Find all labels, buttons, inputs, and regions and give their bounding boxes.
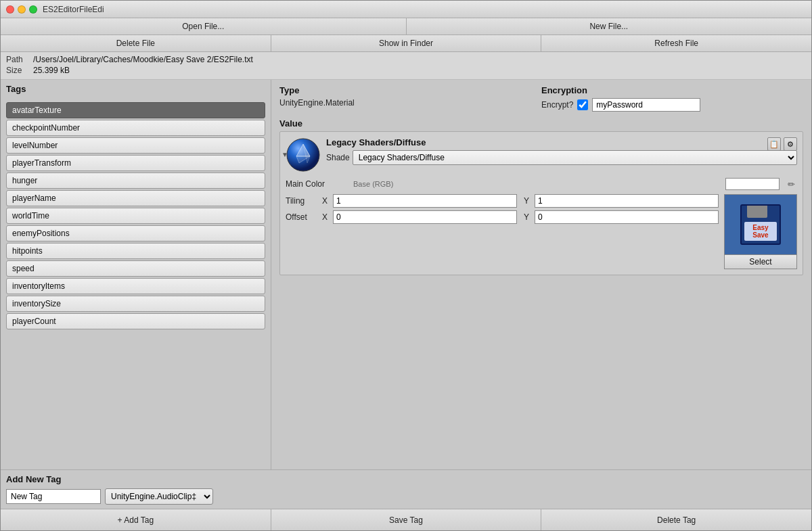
texture-preview-container: Easy Save Select: [724, 194, 797, 269]
tiling-x-input[interactable]: [333, 194, 517, 208]
shade-row: Shade Legacy Shaders/Diffuse Standard Un…: [326, 150, 797, 165]
easy-save-texture-preview: Easy Save: [724, 194, 797, 255]
type-value: UnityEngine.Material: [279, 98, 541, 108]
easy-save-text: Easy Save: [752, 224, 768, 239]
bottom-toolbar: + Add Tag Save Tag Delete Tag: [1, 509, 811, 530]
offset-x-label: X: [322, 212, 330, 222]
tag-item[interactable]: hunger: [6, 172, 265, 189]
value-header: Value: [279, 118, 803, 129]
new-file-button[interactable]: New File...: [407, 18, 812, 34]
tiling-texture-area: Tiling X Y Offset X Y: [286, 194, 797, 269]
file-info-bar: Path /Users/Joel/Library/Caches/Moodkie/…: [1, 52, 811, 80]
path-row: Path /Users/Joel/Library/Caches/Moodkie/…: [6, 55, 806, 64]
close-button[interactable]: [6, 5, 14, 14]
tags-panel: Tags avatarTexturecheckpointNumberlevelN…: [1, 80, 271, 469]
value-section: ▼: [279, 131, 803, 275]
add-tag-controls: UnityEngine.AudioClip‡ UnityEngine.Mater…: [6, 488, 806, 505]
offset-x-input[interactable]: [333, 210, 517, 224]
offset-label: Offset: [286, 212, 319, 222]
material-details: Legacy Shaders/Diffuse Shade Legacy Shad…: [326, 137, 797, 165]
shade-dropdown[interactable]: Legacy Shaders/Diffuse Standard Unlit/Co…: [353, 150, 797, 165]
toolbar-row-2: Delete File Show in Finder Refresh File: [1, 35, 811, 52]
refresh-file-button[interactable]: Refresh File: [541, 35, 811, 51]
size-value: 25.399 kB: [33, 66, 70, 75]
floppy-disk-icon: Easy Save: [737, 201, 784, 248]
collapse-arrow-icon[interactable]: ▼: [281, 151, 288, 158]
tags-title: Tags: [6, 84, 265, 94]
main-color-row: Main Color Base (RGB) ✏: [286, 178, 797, 190]
tiling-y-input[interactable]: [535, 194, 719, 208]
tag-item[interactable]: inventoryItems: [6, 278, 265, 294]
tag-item[interactable]: checkpointNumber: [6, 120, 265, 136]
tag-item[interactable]: playerCount: [6, 313, 265, 329]
traffic-lights: [6, 5, 37, 14]
tag-item[interactable]: inventorySize: [6, 296, 265, 312]
minimize-button[interactable]: [18, 5, 26, 14]
content-area: Tags avatarTexturecheckpointNumberlevelN…: [1, 80, 811, 469]
material-actions: 📋 ⚙: [767, 137, 797, 151]
show-in-finder-button[interactable]: Show in Finder: [271, 35, 542, 51]
floppy-slider: [747, 206, 767, 218]
base-rgb-label: Base (RGB): [353, 180, 421, 188]
tag-item[interactable]: playerTransform: [6, 155, 265, 171]
tag-item[interactable]: speed: [6, 260, 265, 277]
toolbar-row-1: Open File... New File...: [1, 18, 811, 35]
add-tag-title: Add New Tag: [6, 474, 806, 484]
delete-tag-button[interactable]: Delete Tag: [541, 509, 811, 530]
add-tag-button[interactable]: + Add Tag: [1, 509, 271, 530]
window-title: ES2EditorFileEdi: [43, 5, 104, 14]
type-column: Type UnityEngine.Material: [279, 85, 541, 108]
encrypt-label: Encrypt?: [541, 100, 573, 110]
path-label: Path: [6, 55, 33, 64]
type-header: Type: [279, 85, 541, 95]
tag-item[interactable]: playerName: [6, 190, 265, 206]
encryption-column: Encryption Encrypt?: [541, 85, 803, 112]
open-file-button[interactable]: Open File...: [1, 18, 407, 34]
title-bar: ES2EditorFileEdi: [1, 1, 811, 18]
encryption-header: Encryption: [541, 85, 700, 95]
password-input[interactable]: [592, 98, 700, 112]
material-icon: [286, 137, 321, 172]
offset-row: Offset X Y: [286, 210, 719, 224]
tag-item[interactable]: levelNumber: [6, 137, 265, 154]
material-copy-button[interactable]: 📋: [767, 137, 781, 151]
path-value: /Users/Joel/Library/Caches/Moodkie/Easy …: [33, 55, 253, 64]
app-window: ES2EditorFileEdi Open File... New File..…: [0, 0, 812, 531]
tiling-offset-area: Tiling X Y Offset X Y: [286, 194, 719, 227]
add-tag-section: Add New Tag UnityEngine.AudioClip‡ Unity…: [1, 469, 811, 509]
material-row: ▼: [286, 137, 797, 172]
color-swatch[interactable]: [725, 178, 780, 190]
tiling-y-label: Y: [524, 196, 532, 206]
size-row: Size 25.399 kB: [6, 66, 806, 75]
color-controls: ✏: [725, 178, 797, 190]
delete-file-button[interactable]: Delete File: [1, 35, 271, 51]
save-tag-button[interactable]: Save Tag: [271, 509, 542, 530]
offset-y-input[interactable]: [535, 210, 719, 224]
encrypt-checkbox[interactable]: [577, 99, 588, 110]
maximize-button[interactable]: [29, 5, 37, 14]
tag-item[interactable]: enemyPositions: [6, 225, 265, 241]
tag-item[interactable]: avatarTexture: [6, 102, 265, 118]
color-edit-button[interactable]: ✏: [785, 178, 797, 190]
type-dropdown[interactable]: UnityEngine.AudioClip‡ UnityEngine.Mater…: [105, 488, 213, 505]
tiling-label: Tiling: [286, 196, 319, 206]
offset-y-label: Y: [524, 212, 532, 222]
material-name: Legacy Shaders/Diffuse: [326, 137, 797, 147]
tags-list: avatarTexturecheckpointNumberlevelNumber…: [1, 99, 271, 469]
size-label: Size: [6, 66, 33, 75]
new-tag-input[interactable]: [6, 489, 101, 504]
type-enc-row: Type UnityEngine.Material Encryption Enc…: [279, 85, 803, 112]
tag-item[interactable]: worldTime: [6, 208, 265, 224]
tiling-x-label: X: [322, 196, 330, 206]
floppy-label: Easy Save: [744, 222, 777, 241]
right-panel: Type UnityEngine.Material Encryption Enc…: [271, 80, 811, 469]
shade-label: Shade: [326, 153, 350, 162]
main-color-label: Main Color: [286, 179, 353, 189]
floppy-body: Easy Save: [740, 204, 781, 245]
tiling-row: Tiling X Y: [286, 194, 719, 208]
tag-item[interactable]: hitpoints: [6, 243, 265, 259]
encryption-controls: Encrypt?: [541, 98, 700, 112]
select-button[interactable]: Select: [724, 255, 797, 269]
material-gear-button[interactable]: ⚙: [784, 137, 797, 151]
